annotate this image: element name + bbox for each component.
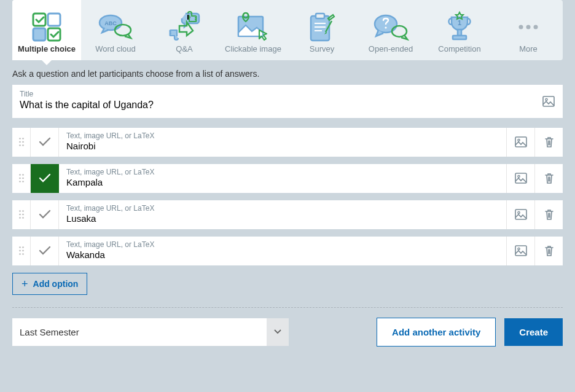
option-row: Text, image URL, or LaTeX xyxy=(12,164,563,193)
tab-more[interactable]: More xyxy=(494,0,563,60)
svg-rect-18 xyxy=(453,36,466,39)
option-text-input[interactable] xyxy=(66,176,499,188)
activity-editor: Multiple choice ABC Word cloud xyxy=(0,0,575,359)
svg-point-35 xyxy=(19,178,21,179)
tab-open-ended[interactable]: Open-ended xyxy=(356,0,425,60)
title-label: Title xyxy=(20,90,527,98)
option-row: Text, image URL, or LaTeX xyxy=(12,200,563,229)
tab-label: More xyxy=(499,44,558,54)
svg-point-27 xyxy=(19,141,21,143)
survey-icon xyxy=(292,10,351,44)
mark-correct-toggle[interactable] xyxy=(31,128,59,157)
svg-point-21 xyxy=(526,25,531,29)
option-delete-button[interactable] xyxy=(534,200,563,229)
svg-text:1: 1 xyxy=(458,19,461,26)
drag-handle[interactable] xyxy=(12,200,31,229)
svg-point-50 xyxy=(22,246,24,248)
title-field: Title xyxy=(12,85,563,118)
option-text-input[interactable] xyxy=(66,140,499,152)
tab-label: Clickable image xyxy=(224,44,283,54)
svg-point-26 xyxy=(22,138,24,139)
svg-rect-31 xyxy=(515,137,526,147)
drag-handle[interactable] xyxy=(12,164,31,193)
tab-label: Q&A xyxy=(155,44,214,54)
tab-qa[interactable]: Q&A xyxy=(150,0,219,60)
option-text-input[interactable] xyxy=(66,249,499,261)
option-text-input[interactable] xyxy=(66,213,499,224)
svg-point-36 xyxy=(22,178,24,179)
svg-point-24 xyxy=(546,98,547,100)
multiple-choice-icon xyxy=(17,10,76,44)
divider xyxy=(12,307,563,308)
svg-point-53 xyxy=(19,253,21,255)
svg-point-45 xyxy=(19,217,21,219)
svg-point-38 xyxy=(22,181,24,182)
svg-point-30 xyxy=(22,144,24,146)
option-delete-button[interactable] xyxy=(534,128,563,157)
svg-point-32 xyxy=(517,139,519,141)
svg-point-56 xyxy=(517,248,519,249)
svg-text:ABC: ABC xyxy=(104,20,117,26)
add-image-button[interactable] xyxy=(534,85,563,118)
option-placeholder: Text, image URL, or LaTeX xyxy=(66,131,499,140)
svg-point-34 xyxy=(22,174,24,176)
option-delete-button[interactable] xyxy=(534,237,563,265)
competition-icon: 1 xyxy=(430,10,489,44)
tab-clickable-image[interactable]: Clickable image xyxy=(219,0,288,60)
plus-icon: + xyxy=(22,278,28,289)
svg-rect-3 xyxy=(48,28,60,41)
svg-rect-1 xyxy=(48,14,60,26)
title-input[interactable] xyxy=(20,98,527,112)
folder-select[interactable]: Last Semester xyxy=(12,318,289,346)
mark-correct-toggle[interactable] xyxy=(31,237,59,265)
svg-rect-0 xyxy=(33,14,45,26)
option-image-button[interactable] xyxy=(506,237,534,265)
svg-point-46 xyxy=(22,217,24,219)
svg-point-40 xyxy=(517,175,519,177)
svg-point-22 xyxy=(534,25,538,29)
option-row: Text, image URL, or LaTeX xyxy=(12,237,563,265)
mark-correct-toggle[interactable] xyxy=(31,164,59,193)
tab-word-cloud[interactable]: ABC Word cloud xyxy=(81,0,150,60)
svg-point-49 xyxy=(19,246,21,248)
svg-point-20 xyxy=(519,25,523,29)
svg-point-29 xyxy=(19,144,21,146)
option-placeholder: Text, image URL, or LaTeX xyxy=(66,168,499,176)
more-icon xyxy=(499,10,558,44)
word-cloud-icon: ABC xyxy=(86,10,145,44)
svg-point-51 xyxy=(19,250,21,252)
svg-point-48 xyxy=(517,211,519,213)
footer: Last Semester Add another activity Creat… xyxy=(12,318,563,347)
svg-rect-10 xyxy=(316,14,324,18)
tab-competition[interactable]: 1 Competition xyxy=(425,0,494,60)
svg-point-28 xyxy=(22,141,24,143)
option-delete-button[interactable] xyxy=(534,164,563,193)
image-icon xyxy=(542,96,555,107)
create-button[interactable]: Create xyxy=(504,318,563,346)
tab-survey[interactable]: Survey xyxy=(288,0,356,60)
add-another-activity-button[interactable]: Add another activity xyxy=(377,318,496,347)
tab-multiple-choice[interactable]: Multiple choice xyxy=(12,0,81,60)
drag-handle[interactable] xyxy=(12,128,31,157)
options-list: Text, image URL, or LaTeXText, image URL… xyxy=(12,128,563,265)
svg-point-15 xyxy=(385,26,386,28)
clickable-image-icon xyxy=(224,10,283,44)
svg-point-44 xyxy=(22,214,24,216)
add-option-label: Add option xyxy=(33,279,79,289)
svg-rect-39 xyxy=(515,173,526,183)
option-row: Text, image URL, or LaTeX xyxy=(12,128,563,157)
option-image-button[interactable] xyxy=(506,164,534,193)
svg-point-43 xyxy=(19,214,21,216)
folder-selected: Last Semester xyxy=(12,318,267,346)
tab-label: Multiple choice xyxy=(17,44,76,54)
svg-rect-2 xyxy=(33,28,45,41)
svg-point-54 xyxy=(22,253,24,255)
drag-handle[interactable] xyxy=(12,237,31,265)
option-image-button[interactable] xyxy=(506,200,534,229)
add-option-button[interactable]: + Add option xyxy=(12,273,87,295)
svg-point-33 xyxy=(19,174,21,176)
mark-correct-toggle[interactable] xyxy=(31,200,59,229)
option-image-button[interactable] xyxy=(506,128,534,157)
svg-rect-9 xyxy=(311,16,329,41)
svg-point-42 xyxy=(22,210,24,212)
